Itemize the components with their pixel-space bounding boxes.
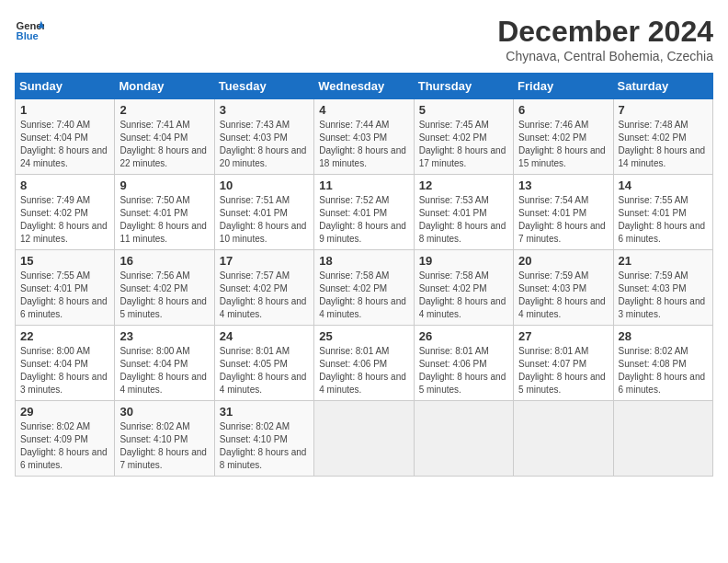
calendar-day-cell: 22Sunrise: 8:00 AMSunset: 4:04 PMDayligh… (16, 326, 115, 401)
day-info: Sunrise: 7:41 AMSunset: 4:04 PMDaylight:… (119, 119, 209, 170)
calendar-day-cell: 16Sunrise: 7:56 AMSunset: 4:02 PMDayligh… (115, 250, 214, 326)
calendar-day-cell: 30Sunrise: 8:02 AMSunset: 4:10 PMDayligh… (115, 401, 214, 477)
day-number: 2 (119, 103, 209, 117)
day-info: Sunrise: 7:44 AMSunset: 4:03 PMDaylight:… (319, 119, 408, 170)
calendar-day-cell: 10Sunrise: 7:51 AMSunset: 4:01 PMDayligh… (214, 175, 313, 250)
day-info: Sunrise: 7:58 AMSunset: 4:02 PMDaylight:… (319, 270, 408, 321)
day-number: 3 (220, 103, 309, 117)
calendar-day-cell: 6Sunrise: 7:46 AMSunset: 4:02 PMDaylight… (514, 99, 613, 175)
day-number: 13 (518, 178, 608, 192)
calendar-day-cell: 15Sunrise: 7:55 AMSunset: 4:01 PMDayligh… (16, 250, 115, 326)
day-info: Sunrise: 8:01 AMSunset: 4:05 PMDaylight:… (220, 345, 309, 396)
day-info: Sunrise: 8:00 AMSunset: 4:04 PMDaylight:… (119, 345, 209, 396)
calendar-day-cell: 14Sunrise: 7:55 AMSunset: 4:01 PMDayligh… (613, 175, 712, 250)
calendar-day-cell: 13Sunrise: 7:54 AMSunset: 4:01 PMDayligh… (514, 175, 613, 250)
location-title: Chynava, Central Bohemia, Czechia (497, 49, 713, 63)
calendar-day-cell (414, 401, 513, 477)
calendar-day-cell: 3Sunrise: 7:43 AMSunset: 4:03 PMDaylight… (214, 99, 313, 175)
calendar-day-cell: 19Sunrise: 7:58 AMSunset: 4:02 PMDayligh… (414, 250, 513, 326)
title-area: December 2024 Chynava, Central Bohemia, … (497, 15, 713, 63)
day-number: 28 (619, 329, 708, 343)
calendar-body: 1Sunrise: 7:40 AMSunset: 4:04 PMDaylight… (16, 99, 713, 477)
calendar-week-row: 1Sunrise: 7:40 AMSunset: 4:04 PMDaylight… (16, 99, 713, 175)
day-info: Sunrise: 7:55 AMSunset: 4:01 PMDaylight:… (20, 270, 109, 321)
calendar-day-cell: 7Sunrise: 7:48 AMSunset: 4:02 PMDaylight… (613, 99, 712, 175)
day-info: Sunrise: 7:52 AMSunset: 4:01 PMDaylight:… (319, 194, 408, 246)
day-info: Sunrise: 8:02 AMSunset: 4:08 PMDaylight:… (619, 345, 708, 396)
day-number: 1 (20, 103, 109, 117)
day-info: Sunrise: 7:48 AMSunset: 4:02 PMDaylight:… (619, 119, 708, 170)
day-info: Sunrise: 8:01 AMSunset: 4:06 PMDaylight:… (319, 345, 408, 396)
day-number: 9 (119, 178, 209, 192)
calendar-day-cell: 12Sunrise: 7:53 AMSunset: 4:01 PMDayligh… (414, 175, 513, 250)
day-number: 27 (518, 329, 608, 343)
day-header: Saturday (613, 74, 712, 99)
day-info: Sunrise: 8:02 AMSunset: 4:10 PMDaylight:… (220, 420, 309, 472)
month-title: December 2024 (497, 15, 713, 49)
day-info: Sunrise: 7:50 AMSunset: 4:01 PMDaylight:… (119, 194, 209, 246)
calendar-day-cell: 9Sunrise: 7:50 AMSunset: 4:01 PMDaylight… (115, 175, 214, 250)
day-info: Sunrise: 7:40 AMSunset: 4:04 PMDaylight:… (20, 119, 109, 170)
calendar-day-cell: 23Sunrise: 8:00 AMSunset: 4:04 PMDayligh… (115, 326, 214, 401)
day-info: Sunrise: 7:56 AMSunset: 4:02 PMDaylight:… (119, 270, 209, 321)
day-number: 30 (119, 405, 209, 419)
day-info: Sunrise: 7:46 AMSunset: 4:02 PMDaylight:… (518, 119, 608, 170)
svg-text:Blue: Blue (17, 30, 39, 41)
calendar-day-cell: 25Sunrise: 8:01 AMSunset: 4:06 PMDayligh… (314, 326, 414, 401)
calendar-day-cell: 5Sunrise: 7:45 AMSunset: 4:02 PMDaylight… (414, 99, 513, 175)
day-info: Sunrise: 7:54 AMSunset: 4:01 PMDaylight:… (518, 194, 608, 246)
day-info: Sunrise: 7:55 AMSunset: 4:01 PMDaylight:… (619, 194, 708, 246)
calendar-day-cell (314, 401, 414, 477)
day-info: Sunrise: 8:02 AMSunset: 4:09 PMDaylight:… (20, 420, 109, 472)
day-number: 10 (220, 178, 309, 192)
calendar-day-cell: 31Sunrise: 8:02 AMSunset: 4:10 PMDayligh… (214, 401, 313, 477)
day-info: Sunrise: 7:49 AMSunset: 4:02 PMDaylight:… (20, 194, 109, 246)
calendar-day-cell: 20Sunrise: 7:59 AMSunset: 4:03 PMDayligh… (514, 250, 613, 326)
logo-icon: General Blue (15, 15, 44, 44)
day-header: Wednesday (314, 74, 414, 99)
day-header: Tuesday (214, 74, 313, 99)
calendar-week-row: 15Sunrise: 7:55 AMSunset: 4:01 PMDayligh… (16, 250, 713, 326)
calendar-day-cell (514, 401, 613, 477)
day-number: 26 (419, 329, 508, 343)
calendar-day-cell: 2Sunrise: 7:41 AMSunset: 4:04 PMDaylight… (115, 99, 214, 175)
calendar-day-cell: 27Sunrise: 8:01 AMSunset: 4:07 PMDayligh… (514, 326, 613, 401)
day-header: Thursday (414, 74, 513, 99)
calendar-day-cell: 26Sunrise: 8:01 AMSunset: 4:06 PMDayligh… (414, 326, 513, 401)
day-info: Sunrise: 7:58 AMSunset: 4:02 PMDaylight:… (419, 270, 508, 321)
day-info: Sunrise: 7:53 AMSunset: 4:01 PMDaylight:… (419, 194, 508, 246)
calendar-day-cell: 4Sunrise: 7:44 AMSunset: 4:03 PMDaylight… (314, 99, 414, 175)
day-info: Sunrise: 8:02 AMSunset: 4:10 PMDaylight:… (119, 420, 209, 472)
calendar-week-row: 29Sunrise: 8:02 AMSunset: 4:09 PMDayligh… (16, 401, 713, 477)
calendar-day-cell: 11Sunrise: 7:52 AMSunset: 4:01 PMDayligh… (314, 175, 414, 250)
calendar-week-row: 8Sunrise: 7:49 AMSunset: 4:02 PMDaylight… (16, 175, 713, 250)
day-number: 22 (20, 329, 109, 343)
day-number: 21 (619, 254, 708, 268)
day-header: Sunday (16, 74, 115, 99)
day-number: 19 (419, 254, 508, 268)
day-number: 5 (419, 103, 508, 117)
day-number: 11 (319, 178, 408, 192)
day-number: 29 (20, 405, 109, 419)
day-info: Sunrise: 8:01 AMSunset: 4:07 PMDaylight:… (518, 345, 608, 396)
day-info: Sunrise: 7:59 AMSunset: 4:03 PMDaylight:… (619, 270, 708, 321)
day-number: 12 (419, 178, 508, 192)
calendar-day-cell: 21Sunrise: 7:59 AMSunset: 4:03 PMDayligh… (613, 250, 712, 326)
day-info: Sunrise: 7:43 AMSunset: 4:03 PMDaylight:… (220, 119, 309, 170)
calendar-table: SundayMondayTuesdayWednesdayThursdayFrid… (15, 73, 713, 477)
page-header: General Blue December 2024 Chynava, Cent… (15, 15, 713, 63)
day-info: Sunrise: 8:01 AMSunset: 4:06 PMDaylight:… (419, 345, 508, 396)
day-number: 20 (518, 254, 608, 268)
calendar-day-cell (613, 401, 712, 477)
calendar-header-row: SundayMondayTuesdayWednesdayThursdayFrid… (16, 74, 713, 99)
day-info: Sunrise: 7:57 AMSunset: 4:02 PMDaylight:… (220, 270, 309, 321)
calendar-day-cell: 24Sunrise: 8:01 AMSunset: 4:05 PMDayligh… (214, 326, 313, 401)
day-number: 4 (319, 103, 408, 117)
day-number: 8 (20, 178, 109, 192)
day-number: 23 (119, 329, 209, 343)
day-info: Sunrise: 7:51 AMSunset: 4:01 PMDaylight:… (220, 194, 309, 246)
calendar-day-cell: 28Sunrise: 8:02 AMSunset: 4:08 PMDayligh… (613, 326, 712, 401)
day-header: Friday (514, 74, 613, 99)
day-number: 17 (220, 254, 309, 268)
day-number: 25 (319, 329, 408, 343)
